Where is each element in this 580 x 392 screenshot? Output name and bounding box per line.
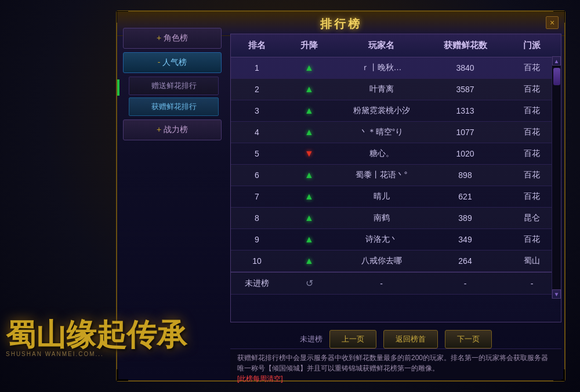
player-cell: 晴儿 (335, 191, 427, 202)
active-indicator (117, 79, 119, 96)
flowers-cell: 3587 (427, 85, 503, 94)
sidebar-item-battle-rank[interactable]: 战力榜 (123, 119, 222, 140)
col-header-rank: 排名 (231, 40, 283, 51)
up-arrow-icon: ▲ (304, 256, 314, 266)
col-header-faction: 门派 (503, 40, 561, 51)
prev-page-button[interactable]: 上一页 (329, 330, 376, 349)
flowers-cell: 1077 (427, 128, 503, 137)
flowers-cell: 1313 (427, 106, 503, 115)
home-button[interactable]: 返回榜首 (383, 330, 438, 349)
next-page-button[interactable]: 下一页 (445, 330, 492, 349)
up-arrow-icon: ▲ (304, 84, 314, 95)
sidebar-item-recv-flower[interactable]: 获赠鲜花排行 (129, 97, 219, 116)
game-logo: 蜀山缘起传承 SHUSHAN WANMEI.COM... (6, 320, 187, 357)
trend-cell: ▲ (283, 170, 335, 180)
player-cell: ｒ丨晚秋… (335, 63, 427, 73)
flowers-cell: 898 (427, 170, 503, 180)
flowers-cell: 264 (427, 256, 503, 266)
trend-cell: ▲ (283, 213, 335, 223)
description-area: 获赠鲜花排行榜中会显示服务器中收到鲜花数量最多的前200的玩家。排名第一的玩家将… (230, 349, 561, 380)
main-content: ▲ ▼ 排名 升降 玩家名 获赠鲜花数 门派 1 ▲ ｒ丨晚秋… 3840 百花… (230, 34, 561, 322)
dialog-title: 排行榜 (320, 17, 362, 30)
my-row: 未进榜 ↺ - - - (231, 272, 561, 295)
scrollbar[interactable]: ▲ ▼ (552, 56, 561, 299)
flowers-cell: 349 (427, 235, 503, 244)
rank-cell: 5 (231, 149, 283, 158)
bottom-navigation: 未进榜 上一页 返回榜首 下一页 (230, 330, 561, 349)
player-cell: 八戒你去哪 (335, 256, 427, 266)
trend-cell: ▲ (283, 256, 335, 266)
table-header: 排名 升降 玩家名 获赠鲜花数 门派 (231, 34, 561, 57)
up-arrow-icon: ▲ (304, 170, 314, 180)
logo-text: 蜀山缘起传承 (6, 320, 187, 350)
flowers-cell: 621 (427, 192, 503, 201)
table-row: 3 ▲ 粉黛霓裳桃小汐 1313 百花 (231, 100, 561, 122)
player-cell: 糖心。 (335, 148, 427, 159)
rank-cell: 6 (231, 170, 283, 180)
scroll-down-button[interactable]: ▼ (552, 289, 561, 299)
table-row: 5 ▼ 糖心。 1020 百花 (231, 143, 561, 165)
flowers-cell: 3840 (427, 63, 503, 72)
scroll-thumb[interactable] (553, 68, 560, 85)
sidebar-item-char-rank[interactable]: 角色榜 (123, 28, 222, 49)
up-arrow-icon: ▲ (304, 234, 314, 245)
trend-cell: ▼ (283, 148, 335, 159)
flowers-cell: 1020 (427, 149, 503, 158)
logo-subtitle: SHUSHAN WANMEI.COM... (6, 351, 187, 357)
rank-cell: 2 (231, 85, 283, 94)
table-row: 1 ▲ ｒ丨晚秋… 3840 百花 (231, 57, 561, 79)
trend-cell: ▲ (283, 191, 335, 202)
stable-arrow-icon: ↺ (306, 278, 313, 288)
down-arrow-icon: ▼ (304, 148, 314, 159)
table-row: 2 ▲ 叶青离 3587 百花 (231, 79, 561, 100)
scroll-up-button[interactable]: ▲ (552, 56, 561, 66)
description-link[interactable]: [此榜每周清空] (237, 375, 283, 383)
close-button[interactable]: × (546, 16, 559, 29)
my-rank-cell: 未进榜 (231, 278, 283, 289)
table-row: 6 ▲ 蜀黍丨花语丶° 898 百花 (231, 165, 561, 186)
col-header-trend: 升降 (283, 40, 335, 51)
sidebar-item-gift-flower[interactable]: 赠送鲜花排行 (129, 77, 219, 95)
rank-cell: 9 (231, 235, 283, 244)
rank-cell: 4 (231, 128, 283, 137)
description-text: 获赠鲜花排行榜中会显示服务器中收到鲜花数量最多的前200的玩家。排名第一的玩家将… (237, 353, 554, 384)
corner-decoration-bl (117, 369, 128, 381)
trend-cell: ▲ (283, 127, 335, 137)
trend-cell: ▲ (283, 84, 335, 95)
table-row: 10 ▲ 八戒你去哪 264 蜀山 (231, 251, 561, 272)
my-rank-label: 未进榜 (300, 334, 322, 344)
my-player-cell: - (335, 279, 427, 288)
col-header-player: 玩家名 (335, 40, 427, 51)
player-cell: 叶青离 (335, 84, 427, 95)
table-body: 1 ▲ ｒ丨晚秋… 3840 百花 2 ▲ 叶青离 3587 百花 3 ▲ 粉黛… (231, 57, 561, 272)
rank-cell: 10 (231, 256, 283, 266)
up-arrow-icon: ▲ (304, 213, 314, 223)
table-row: 9 ▲ 诗洛尢丶 349 百花 (231, 229, 561, 251)
rank-cell: 1 (231, 63, 283, 72)
table-row: 4 ▲ 丶＊晴空°り 1077 百花 (231, 122, 561, 143)
player-cell: 南鹤 (335, 213, 427, 223)
col-header-flowers: 获赠鲜花数 (427, 40, 503, 51)
player-cell: 丶＊晴空°り (335, 127, 427, 137)
table-row: 8 ▲ 南鹤 389 昆仑 (231, 208, 561, 229)
up-arrow-icon: ▲ (304, 191, 314, 202)
trend-cell: ▲ (283, 106, 335, 116)
my-trend-cell: ↺ (283, 278, 335, 289)
flowers-cell: 389 (427, 213, 503, 223)
rank-cell: 3 (231, 106, 283, 115)
rank-cell: 8 (231, 213, 283, 223)
player-cell: 蜀黍丨花语丶° (335, 170, 427, 180)
rank-table: ▲ ▼ 排名 升降 玩家名 获赠鲜花数 门派 1 ▲ ｒ丨晚秋… 3840 百花… (230, 34, 561, 322)
sidebar-item-pop-rank[interactable]: 人气榜 (123, 52, 222, 73)
player-cell: 诗洛尢丶 (335, 234, 427, 245)
trend-cell: ▲ (283, 234, 335, 245)
trend-cell: ▲ (283, 63, 335, 73)
up-arrow-icon: ▲ (304, 63, 314, 73)
my-flowers-cell: - (427, 279, 503, 288)
sidebar: 角色榜 人气榜 赠送鲜花排行 获赠鲜花排行 战力榜 (117, 24, 227, 322)
up-arrow-icon: ▲ (304, 127, 314, 137)
table-row: 7 ▲ 晴儿 621 百花 (231, 186, 561, 208)
player-cell: 粉黛霓裳桃小汐 (335, 106, 427, 116)
up-arrow-icon: ▲ (304, 106, 314, 116)
rank-cell: 7 (231, 192, 283, 201)
